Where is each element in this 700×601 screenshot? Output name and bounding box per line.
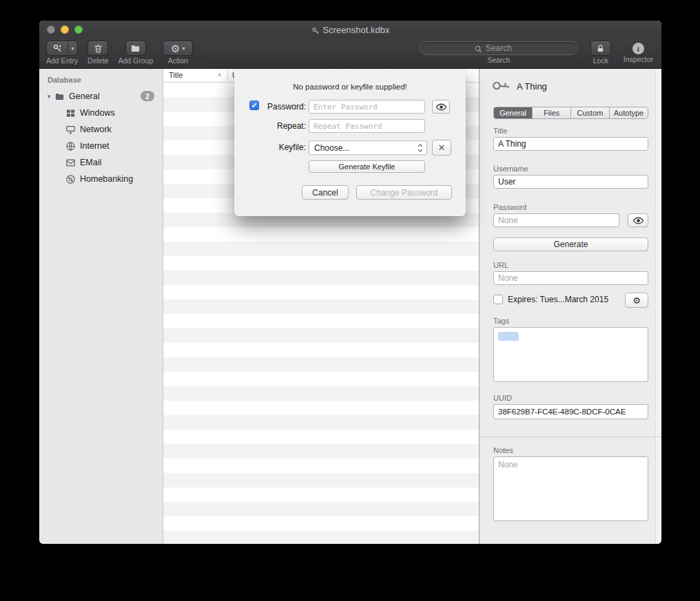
cancel-button[interactable]: Cancel [302,185,349,200]
tab-general[interactable]: General [494,107,533,118]
username-input[interactable] [493,175,648,189]
username-label: Username [493,165,528,173]
folder-icon [54,92,65,102]
entry-key-icon [488,74,514,99]
sidebar-group-label: General [69,92,99,101]
tags-label: Tags [493,317,509,325]
change-password-dialog: No password or keyfile supplied! ✓ Passw… [234,69,466,216]
sidebar-item-email[interactable]: EMail [39,154,163,171]
tab-custom[interactable]: Custom [571,107,610,118]
sidebar-item-label: Homebanking [80,174,133,184]
sidebar-item-windows[interactable]: Windows [39,105,163,121]
password-label: Password [493,203,526,211]
dialog-keyfile-label: Keyfile: [255,143,306,152]
inspector-scrollbar[interactable] [655,69,661,544]
entry-title: A Thing [517,81,547,92]
search-field[interactable] [420,41,578,55]
add-entry-dropdown-icon[interactable]: ▾ [68,41,77,55]
add-entry-button[interactable]: ▾ Add Entry [46,41,78,65]
count-badge: 2 [141,91,154,101]
notes-separator [480,436,661,437]
sidebar-item-label: Network [80,125,112,134]
folder-plus-icon [130,43,141,54]
add-group-button[interactable]: Add Group [118,41,153,65]
notes-textarea[interactable] [493,456,648,521]
search-label: Search [487,56,510,64]
url-input[interactable] [493,271,648,285]
tab-files[interactable]: Files [533,107,571,118]
tags-box[interactable] [493,327,648,382]
expires-checkbox[interactable] [493,295,503,304]
column-divider[interactable] [227,70,228,81]
generate-keyfile-button[interactable]: Generate Keyfile [309,160,425,173]
eye-icon [435,101,447,113]
inspector-label: Inspector [624,56,653,63]
eye-icon [632,215,644,226]
action-button[interactable]: ⚙ ▾ Action [163,41,193,65]
dialog-password-input[interactable] [309,100,425,114]
notes-label: Notes [493,446,513,454]
globe-icon [65,141,76,151]
clear-keyfile-button[interactable]: ✕ [432,140,451,156]
windows-icon [65,108,76,118]
password-input[interactable] [493,213,619,227]
expires-settings-button[interactable]: ⚙ [625,293,648,308]
sidebar-item-label: Windows [80,108,115,118]
lock-label: Lock [593,57,608,65]
close-icon: ✕ [438,143,446,153]
gear-icon: ⚙ [171,43,180,54]
inspector-button[interactable]: i Inspector [624,41,653,65]
sidebar-item-homebanking[interactable]: Homebanking [39,171,163,187]
dialog-repeat-label: Repeat: [255,121,306,131]
sidebar-item-network[interactable]: Network [39,121,163,138]
title-label: Title [493,127,507,135]
toolbar: ▾ Add Entry Delete [39,39,661,69]
url-label: URL [493,261,508,269]
lock-icon [595,43,606,54]
sidebar-item-label: Internet [80,141,109,151]
tab-autotype[interactable]: Autotype [610,107,648,118]
inspector-panel: A Thing General Files Custom Autotype Ti… [479,69,661,544]
search-input[interactable] [420,42,577,54]
sidebar-group-general[interactable]: ▾ General 2 [39,88,163,105]
sort-ascending-icon: ˄ [218,72,221,78]
lock-button[interactable]: Lock [590,41,611,65]
sidebar-item-internet[interactable]: Internet [39,138,163,154]
dialog-password-label: Password: [255,102,306,112]
sidebar-item-label: EMail [80,158,101,167]
reveal-password-button[interactable] [432,100,450,114]
delete-button[interactable]: Delete [88,41,108,65]
percent-coin-icon [65,174,76,184]
action-label: Action [168,57,188,65]
search-area: Search [420,41,578,65]
generate-button[interactable]: Generate [493,238,648,251]
app-window: Screenshot.kdbx ▾ Add Entry [39,21,661,544]
inspector-tabs: General Files Custom Autotype [493,107,648,119]
sidebar: Database ▾ General 2 [39,69,163,544]
window-title: Screenshot.kdbx [323,25,390,35]
add-entry-label: Add Entry [46,57,78,65]
document-key-icon[interactable] [311,25,320,34]
column-header-title[interactable]: Title [169,71,183,79]
key-plus-icon [47,41,68,55]
dialog-repeat-input[interactable] [309,119,425,133]
keyfile-value: Choose... [314,143,349,153]
add-group-label: Add Group [118,57,153,65]
network-monitor-icon [65,125,76,135]
combobox-stepper-icon[interactable] [417,143,424,154]
action-chevron-icon: ▾ [182,45,185,52]
change-password-button[interactable]: Change Password [356,185,452,200]
uuid-label: UUID [493,394,512,402]
dialog-message: No password or keyfile supplied! [234,83,466,91]
gear-icon: ⚙ [632,295,641,306]
trash-icon [93,43,103,54]
title-input[interactable] [493,137,648,151]
uuid-input[interactable] [493,404,648,419]
titlebar: Screenshot.kdbx [39,21,661,39]
tag-chip[interactable] [498,332,519,341]
keyfile-combobox[interactable]: Choose... [309,140,427,155]
reveal-password-button[interactable] [628,213,648,227]
disclosure-triangle-icon[interactable]: ▾ [43,93,54,100]
delete-label: Delete [88,57,108,65]
sidebar-header: Database [48,76,81,84]
